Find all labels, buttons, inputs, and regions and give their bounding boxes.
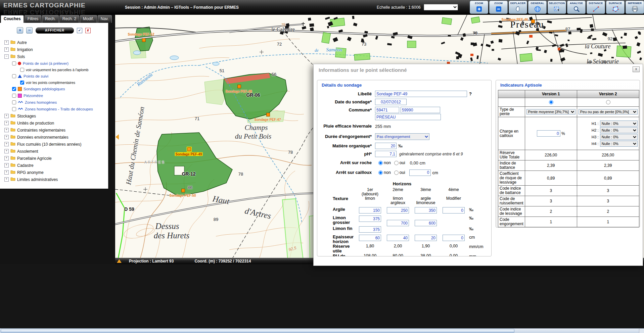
horizon-input-epaisseur-horizon-4[interactable] xyxy=(443,235,465,241)
horizon-input-argile-4[interactable] xyxy=(443,207,465,213)
expander-icon[interactable]: + xyxy=(4,121,9,125)
option-checkbox-voir-uniquement-les-parcelles-a-l-aplomb[interactable] xyxy=(20,68,24,72)
sondage-marker-sondage-pef-47[interactable] xyxy=(266,113,270,116)
charge-h4-select[interactable]: Nulle : 0% xyxy=(600,141,638,147)
folder-limites-administratives[interactable]: +Limites administratives xyxy=(0,176,108,183)
folder-autre[interactable]: +Autre xyxy=(0,39,108,46)
libelle-help[interactable]: ? xyxy=(469,91,472,96)
commune-postal-input[interactable] xyxy=(401,107,440,113)
print-button[interactable]: IMPRIMER xyxy=(626,1,644,14)
analyse-button[interactable]: ANALYSE xyxy=(567,1,586,14)
horizon-input-limon-grossier-1[interactable] xyxy=(359,216,381,222)
sondage-marker-sondage-pef-50[interactable] xyxy=(181,189,185,192)
tab-couches[interactable]: Couches xyxy=(1,15,24,23)
layer-zones-homogenes-traits-de-decoupes[interactable]: Zones homogènes - Traits de découpes xyxy=(0,106,108,112)
pan-button[interactable]: DEPLACER xyxy=(509,1,527,14)
zoom-out-button[interactable]: ZOOM xyxy=(489,1,508,14)
modifier-link[interactable]: Modifier xyxy=(446,196,461,201)
scale-select[interactable] xyxy=(424,4,458,10)
cailloux-input[interactable] xyxy=(409,170,431,176)
cailloux-oui-radio[interactable] xyxy=(394,171,399,175)
expander-icon[interactable]: + xyxy=(4,177,9,182)
layer-checkbox-points-de-suivi-a-prelever[interactable] xyxy=(12,61,16,65)
sondage-marker-sondage-pef-48[interactable] xyxy=(237,85,241,88)
folder-sols[interactable]: −Sols xyxy=(0,53,108,60)
layer-points-de-suivi-a-prelever[interactable]: Points de suivi (à prélever) xyxy=(0,60,108,67)
tab-rech-2[interactable]: Rech. 2 xyxy=(59,15,79,23)
zoom-in-button[interactable]: ZOOM xyxy=(470,1,488,14)
horizon-input-epaisseur-horizon-2[interactable] xyxy=(387,235,409,241)
expander-icon[interactable]: + xyxy=(4,156,9,160)
uncheck-all-checkbox[interactable]: ✘ xyxy=(85,28,91,33)
cailloux-non-radio[interactable] xyxy=(378,171,383,175)
roche-oui-radio[interactable] xyxy=(394,161,399,165)
sondage-marker-sondage-pef-49[interactable] xyxy=(187,147,191,151)
pente-v2-select[interactable]: Peu ou pas de pente [0%;3%[ xyxy=(579,109,638,114)
expander-icon[interactable]: − xyxy=(4,54,9,59)
version2-radio[interactable] xyxy=(606,100,610,104)
tab-rech[interactable]: Rech. xyxy=(42,15,58,23)
layer-points-de-suivi[interactable]: Points de suivi xyxy=(0,73,108,80)
folder-flux-cumules-10-dernieres-annees[interactable]: +Flux cumulés (10 dernières années) xyxy=(0,141,108,148)
distance-button[interactable]: DISTANCE xyxy=(587,1,605,14)
layer-sondages-pedologiques[interactable]: Sondages pédologiques xyxy=(0,86,108,92)
afficher-button[interactable]: AFFICHER xyxy=(36,28,74,34)
texture-value-4[interactable]: Modifier xyxy=(442,196,465,201)
layer-checkbox-points-de-suivi[interactable] xyxy=(12,74,16,78)
horizontal-scrollbar[interactable] xyxy=(0,328,644,333)
layer-checkbox-zones-homogenes-traits-de-decoupes[interactable] xyxy=(12,107,16,111)
selection-button[interactable]: SELECTION i xyxy=(548,1,566,14)
folder-contraintes-reglementaires[interactable]: +Contraintes réglementaires xyxy=(0,127,108,134)
layer-checkbox-piezometre[interactable] xyxy=(12,94,16,98)
layer-checkbox-sondages-pedologiques[interactable] xyxy=(12,87,16,91)
folder-donnees-environnementales[interactable]: +Données environnementales xyxy=(0,134,108,141)
expander-icon[interactable]: + xyxy=(4,149,9,153)
folder-irrigation[interactable]: +Irrigation xyxy=(0,46,108,53)
folder-parcellaire-agricole[interactable]: +Parcellaire Agricole xyxy=(0,155,108,162)
option-voir-les-points-complementaires[interactable]: voir les points complémentaires xyxy=(0,80,108,86)
version1-radio[interactable] xyxy=(549,100,553,104)
commune-insee-input[interactable] xyxy=(375,107,399,113)
layer-piezometre[interactable]: Piézomètre xyxy=(0,92,108,99)
tab-filtres[interactable]: Filtres xyxy=(25,15,42,23)
scrollbar-thumb[interactable] xyxy=(1,329,514,333)
tab-modif[interactable]: Modif. xyxy=(80,15,97,23)
expander-icon[interactable]: + xyxy=(4,170,9,175)
folder-assolement[interactable]: +Assolement xyxy=(0,148,108,155)
tab-nav[interactable]: Nav. xyxy=(98,15,112,23)
expand-all-button[interactable]: + xyxy=(17,27,23,34)
horizon-input-epaisseur-horizon-3[interactable] xyxy=(415,235,437,241)
option-voir-uniquement-les-parcelles-a-l-aplomb[interactable]: voir uniquement les parcelles à l'aplomb xyxy=(0,67,108,73)
sondage-marker-sondage-pef-46[interactable] xyxy=(531,19,535,23)
surface-button[interactable]: SURFACE xyxy=(606,1,625,14)
folder-cadastre[interactable]: +Cadastre xyxy=(0,162,108,169)
pente-v1-select[interactable]: Pente moyenne [3%;7%] xyxy=(526,109,576,114)
close-icon[interactable]: x xyxy=(633,66,640,72)
charge-h2-select[interactable]: Nulle : 0% xyxy=(600,127,638,133)
expander-icon[interactable]: + xyxy=(4,47,9,52)
expander-icon[interactable]: + xyxy=(4,163,9,168)
expander-icon[interactable]: + xyxy=(4,40,9,45)
sidebar-collapse-arrow[interactable] xyxy=(116,134,119,140)
matiere-input[interactable] xyxy=(375,143,397,149)
general-button[interactable]: GENERAL xyxy=(528,1,547,14)
option-checkbox-voir-les-points-complementaires[interactable] xyxy=(20,81,24,85)
check-all-checkbox[interactable]: ✔ xyxy=(77,28,82,33)
layer-zones-homogenes[interactable]: Zones homogènes xyxy=(0,99,108,106)
expander-icon[interactable]: + xyxy=(4,114,9,118)
roche-non-radio[interactable] xyxy=(378,161,383,165)
charge-h3-select[interactable]: Nulle : 0% xyxy=(600,134,638,140)
horizon-input-argile-1[interactable] xyxy=(359,207,381,213)
layer-checkbox-zones-homogenes[interactable] xyxy=(12,100,16,104)
horizon-input-limon-grossier-3[interactable] xyxy=(415,220,437,226)
collapse-all-button[interactable]: − xyxy=(26,27,33,34)
folder-stockages[interactable]: +Stockages xyxy=(0,112,108,120)
charge-v1-input[interactable] xyxy=(537,130,560,137)
horizon-input-argile-2[interactable] xyxy=(387,207,409,213)
folder-rpg-anonyme[interactable]: +RPG anonyme xyxy=(0,169,108,176)
charge-h1-select[interactable]: Nulle : 0% xyxy=(600,121,638,127)
duree-select[interactable]: Pas d'engorgement xyxy=(375,133,429,140)
libelle-input[interactable] xyxy=(375,91,467,97)
commune-name-input[interactable] xyxy=(375,114,441,120)
ph-input[interactable] xyxy=(375,151,397,157)
